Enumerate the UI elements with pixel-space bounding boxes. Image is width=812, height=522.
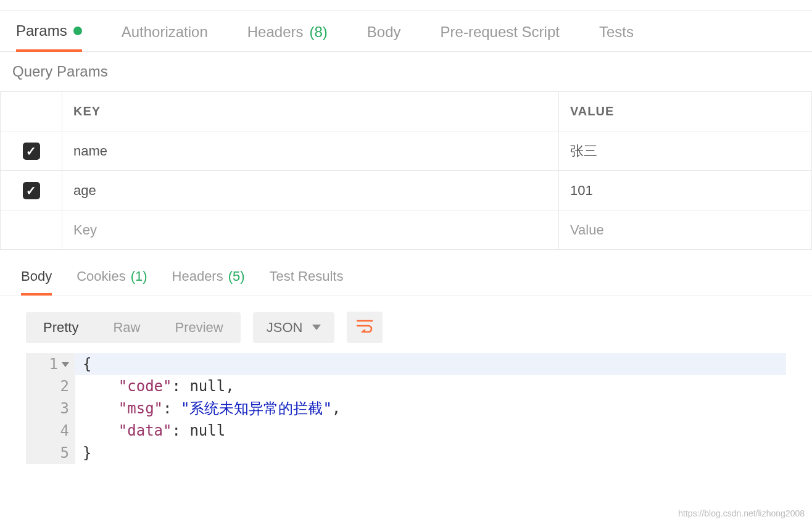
row-checkbox[interactable]: ✓ xyxy=(23,143,40,160)
line-number: 4 xyxy=(26,420,75,442)
resp-tab-body[interactable]: Body xyxy=(21,268,52,296)
line-content: "msg": "系统未知异常的拦截", xyxy=(75,397,786,420)
chevron-down-icon xyxy=(312,325,321,330)
col-value-header: VALUE xyxy=(559,92,812,131)
line-content: } xyxy=(75,442,786,464)
tab-headers-count: (8) xyxy=(310,23,328,41)
line-number: 3 xyxy=(26,397,75,420)
resp-tab-headers[interactable]: Headers (5) xyxy=(172,268,245,295)
resp-tab-cookies-label: Cookies xyxy=(77,268,125,286)
tab-headers[interactable]: Headers (8) xyxy=(247,23,328,51)
param-value[interactable]: 张三 xyxy=(559,131,812,171)
row-checkbox[interactable]: ✓ xyxy=(23,182,40,199)
query-params-table: KEY VALUE ✓ name 张三 ✓ age 101 xyxy=(0,91,812,250)
param-key[interactable]: age xyxy=(62,171,559,210)
col-key-header: KEY xyxy=(62,92,559,131)
tab-authorization[interactable]: Authorization xyxy=(122,23,208,51)
tab-headers-label: Headers xyxy=(247,23,304,41)
resp-tab-testresults-label: Test Results xyxy=(270,268,344,286)
code-line: 5} xyxy=(26,442,786,464)
new-value-input[interactable] xyxy=(570,222,811,238)
response-toolbar: Pretty Raw Preview JSON xyxy=(0,296,812,349)
resp-tab-headers-count: (5) xyxy=(228,268,245,286)
request-tabs: Params Authorization Headers (8) Body Pr… xyxy=(0,11,812,52)
line-number: 2 xyxy=(26,375,75,397)
tab-body-label: Body xyxy=(367,23,401,41)
response-tabs: Body Cookies (1) Headers (5) Test Result… xyxy=(0,250,812,296)
code-line: 2 "code": null, xyxy=(26,375,786,397)
resp-tab-cookies[interactable]: Cookies (1) xyxy=(77,268,147,295)
line-number: 5 xyxy=(26,442,75,464)
params-dirty-dot-icon xyxy=(73,27,82,35)
view-raw-button[interactable]: Raw xyxy=(96,312,157,343)
tab-authorization-label: Authorization xyxy=(122,23,208,41)
code-line: 1{ xyxy=(26,353,786,375)
query-params-title: Query Params xyxy=(0,52,812,91)
wrap-lines-button[interactable] xyxy=(347,312,383,343)
tab-body[interactable]: Body xyxy=(367,23,401,51)
table-row: ✓ name 张三 xyxy=(1,131,812,171)
format-select[interactable]: JSON xyxy=(253,312,335,343)
line-content: "data": null xyxy=(75,420,786,442)
new-key-input[interactable] xyxy=(73,222,558,238)
tab-tests-label: Tests xyxy=(599,23,634,41)
resp-tab-cookies-count: (1) xyxy=(131,268,147,286)
table-row-new xyxy=(1,210,812,250)
view-preview-button[interactable]: Preview xyxy=(157,312,240,343)
format-select-label: JSON xyxy=(267,320,303,336)
tab-prerequest-label: Pre-request Script xyxy=(441,23,560,41)
view-mode-group: Pretty Raw Preview xyxy=(26,312,241,343)
tab-params[interactable]: Params xyxy=(16,22,82,52)
tab-tests[interactable]: Tests xyxy=(599,23,634,51)
code-line: 3 "msg": "系统未知异常的拦截", xyxy=(26,397,786,420)
code-line: 4 "data": null xyxy=(26,420,786,442)
line-number: 1 xyxy=(26,353,75,375)
resp-tab-headers-label: Headers xyxy=(172,268,223,286)
tab-prerequest[interactable]: Pre-request Script xyxy=(441,23,560,51)
resp-tab-body-label: Body xyxy=(21,268,52,284)
param-value[interactable]: 101 xyxy=(559,171,812,210)
line-content: "code": null, xyxy=(75,375,786,397)
response-body-viewer[interactable]: 1{2 "code": null,3 "msg": "系统未知异常的拦截",4 … xyxy=(26,353,786,464)
param-key[interactable]: name xyxy=(62,131,559,171)
col-check-header xyxy=(1,92,62,131)
table-row: ✓ age 101 xyxy=(1,171,812,210)
line-content: { xyxy=(75,353,786,375)
wrap-icon xyxy=(357,319,373,333)
tab-params-label: Params xyxy=(16,22,67,39)
watermark: https://blog.csdn.net/lizhong2008 xyxy=(678,508,805,518)
view-pretty-button[interactable]: Pretty xyxy=(26,312,96,343)
resp-tab-testresults[interactable]: Test Results xyxy=(270,268,344,295)
